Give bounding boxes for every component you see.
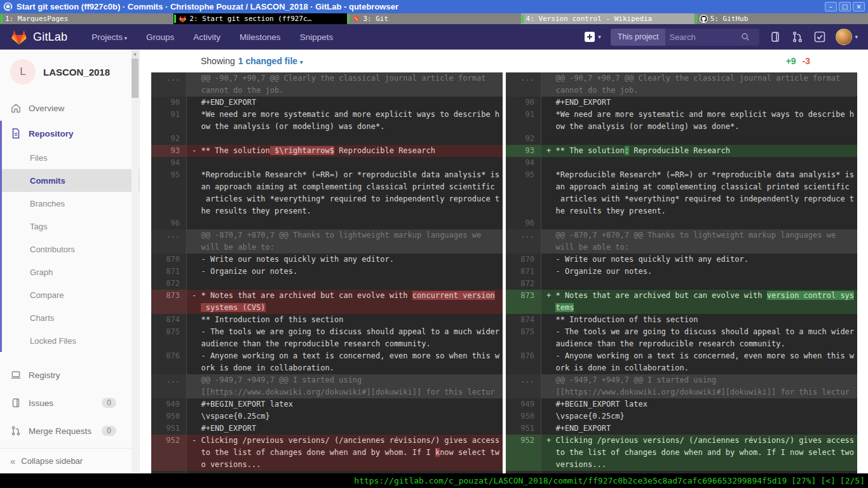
line-number[interactable]: 93 xyxy=(151,145,187,157)
changed-files-dropdown[interactable]: 1 changed file ▾ xyxy=(238,56,303,66)
scroll-up-arrow-icon[interactable]: ▲ xyxy=(132,50,139,58)
diff-pane-new: ... @@ -90,7 +90,7 @@ Clearly the classi… xyxy=(506,72,857,473)
sidebar-item-branches[interactable]: Branches xyxy=(2,192,139,215)
line-number[interactable]: 870 xyxy=(506,254,541,266)
line-number[interactable]: 875 xyxy=(506,326,541,350)
scrollbar-thumb[interactable] xyxy=(132,58,139,98)
sidebar-item-registry[interactable]: Registry xyxy=(0,361,139,389)
line-number[interactable]: 96 xyxy=(151,217,187,229)
code-cell: ** Introduction of this section xyxy=(541,314,857,326)
line-number[interactable]: 874 xyxy=(151,314,187,326)
tab-label: 5: GitHub xyxy=(708,15,751,23)
line-number[interactable]: 95 xyxy=(151,169,187,217)
sidebar-item-tags[interactable]: Tags xyxy=(2,215,139,238)
sidebar-item-compare[interactable]: Compare xyxy=(2,283,139,306)
line-number[interactable]: 92 xyxy=(506,133,541,145)
line-number[interactable]: 93 xyxy=(506,145,541,157)
line-number[interactable]: 91 xyxy=(506,109,541,133)
line-number[interactable]: 873 xyxy=(151,290,187,314)
search-input[interactable] xyxy=(665,32,740,42)
line-number[interactable]: 950 xyxy=(506,410,541,423)
diff-row-old-872: 872 xyxy=(151,278,503,290)
line-number[interactable]: 94 xyxy=(151,157,187,169)
sidebar-item-files[interactable]: Files xyxy=(2,146,139,169)
line-number[interactable]: 95 xyxy=(506,169,541,217)
line-number[interactable]: 872 xyxy=(506,278,541,290)
close-button[interactable]: × xyxy=(853,2,865,11)
code-cell: *We need are more systematic and more ex… xyxy=(541,109,857,133)
code-line: + ** The solution: Reproducible Research xyxy=(541,145,857,157)
code-line: he results they present. xyxy=(541,205,857,217)
sidebar-item-repository[interactable]: Repository xyxy=(2,121,139,146)
sidebar-item-locked-files[interactable]: Locked Files xyxy=(2,329,139,352)
collapse-sidebar-button[interactable]: « Collapse sidebar xyxy=(0,448,139,473)
sidebar-item-contributors[interactable]: Contributors xyxy=(2,238,139,261)
line-number[interactable]: 876 xyxy=(151,350,187,374)
line-number[interactable]: 871 xyxy=(151,266,187,278)
code-cell: - Clicking /previous versions/ (/ancienn… xyxy=(187,435,503,471)
line-number[interactable]: 953 xyxy=(151,471,187,473)
line-number[interactable]: 875 xyxy=(151,326,187,350)
line-number[interactable]: 92 xyxy=(151,133,187,145)
todos-icon[interactable] xyxy=(813,30,826,43)
minimize-button[interactable]: – xyxy=(825,2,837,11)
nav-link-snippets[interactable]: Snippets xyxy=(300,32,334,42)
inline-diff-highlight: systems (CVS) xyxy=(201,303,265,312)
browser-tab-2[interactable]: 2: Start git section (ff927c… xyxy=(173,13,347,24)
diff-row-old-871: 871 - Organize our notes. xyxy=(151,266,503,278)
project-link[interactable]: L LASCON_2018 xyxy=(0,50,139,95)
line-number[interactable]: 873 xyxy=(506,290,541,314)
line-number[interactable]: 871 xyxy=(506,266,541,278)
diff-row-old-95: 95 *Reproducible Research* (=RR=) or *re… xyxy=(151,169,503,217)
diff-row-old-952: 952- Clicking /previous versions/ (/anci… xyxy=(151,435,503,471)
browser-tab-4[interactable]: 4: Version control - Wikipedia xyxy=(521,13,695,24)
sidebar-item-charts[interactable]: Charts xyxy=(2,306,139,329)
line-number[interactable]: 90 xyxy=(151,97,187,109)
new-dropdown-button[interactable]: ▾ xyxy=(584,31,601,43)
merge-request-icon[interactable] xyxy=(791,30,804,43)
gitlab-logo[interactable]: GitLab xyxy=(10,29,67,45)
window-titlebar: Start git section (ff927c0b) · Commits ·… xyxy=(0,0,868,13)
line-number[interactable]: 950 xyxy=(151,410,187,423)
sidebar-item-graph[interactable]: Graph xyxy=(2,261,139,283)
sidebar-item-overview[interactable]: Overview xyxy=(0,95,139,121)
code-cell: #+END_EXPORT xyxy=(187,423,503,435)
user-menu[interactable]: ▾ xyxy=(836,29,858,45)
line-number[interactable]: 874 xyxy=(506,314,541,326)
diff-row-old-950: 950 \vspace{0.25cm} xyxy=(151,410,503,423)
nav-link-projects[interactable]: Projects ▾ xyxy=(92,32,127,42)
sidebar-item-label: Repository xyxy=(29,129,74,139)
nav-link-groups[interactable]: Groups xyxy=(146,32,174,42)
nav-link-activity[interactable]: Activity xyxy=(193,32,220,42)
sidebar-item-commits[interactable]: Commits xyxy=(2,169,139,192)
code-cell: - * Notes that are archived but can evol… xyxy=(187,290,503,314)
additions-count: +9 xyxy=(786,56,796,66)
line-number[interactable]: 94 xyxy=(506,157,541,169)
sidebar-item-issues[interactable]: Issues0 xyxy=(0,389,139,417)
line-number[interactable]: 951 xyxy=(506,423,541,435)
issues-icon[interactable] xyxy=(769,30,782,43)
line-number[interactable]: 876 xyxy=(506,350,541,374)
line-number[interactable]: 870 xyxy=(151,254,187,266)
code-line: ** Introduction of this section xyxy=(541,314,857,326)
sidebar-scrollbar[interactable]: ▲ xyxy=(132,50,139,472)
line-number[interactable]: 96 xyxy=(506,217,541,229)
line-number[interactable]: 949 xyxy=(506,398,541,410)
line-number[interactable]: 953 xyxy=(506,471,541,473)
nav-link-milestones[interactable]: Milestones xyxy=(240,32,281,42)
browser-tab-1[interactable]: 1: MarquesPages xyxy=(0,13,173,24)
browser-tab-3[interactable]: 3: Git xyxy=(347,13,520,24)
code-line: ork is done in collaboration. xyxy=(187,362,503,374)
maximize-button[interactable]: □ xyxy=(839,2,851,11)
browser-tab-5[interactable]: 5: GitHub xyxy=(695,13,868,24)
line-number[interactable]: 91 xyxy=(151,109,187,133)
line-number[interactable]: 90 xyxy=(506,97,541,109)
line-number[interactable]: 952 xyxy=(506,435,541,471)
line-number[interactable]: 949 xyxy=(151,398,187,410)
code-cell xyxy=(541,278,857,290)
line-number[interactable]: 952 xyxy=(151,435,187,471)
sidebar-item-merge-requests[interactable]: Merge Requests0 xyxy=(0,417,139,445)
line-number[interactable]: 951 xyxy=(151,423,187,435)
code-cell: #+END_EXPORT xyxy=(541,97,857,109)
line-number[interactable]: 872 xyxy=(151,278,187,290)
